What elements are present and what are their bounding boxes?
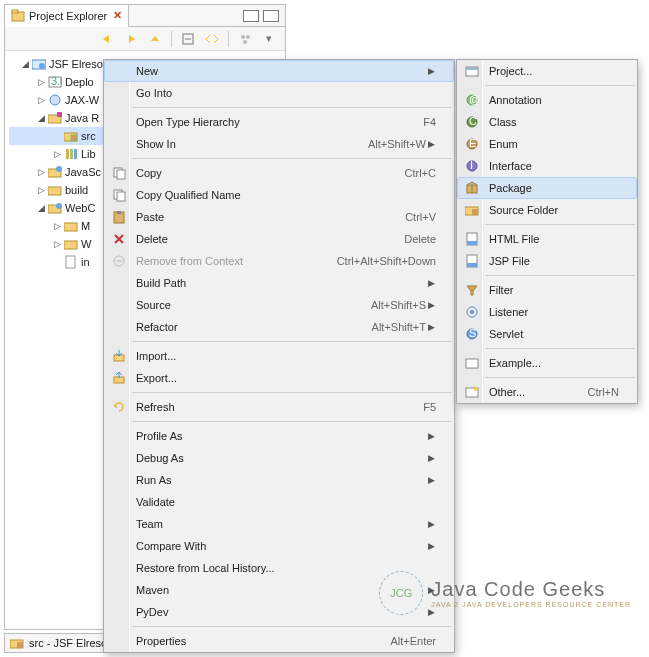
maximize-view-button[interactable] — [263, 10, 279, 22]
submenu-package[interactable]: Package — [457, 177, 637, 199]
menu-pydev[interactable]: PyDev▶ — [104, 601, 454, 623]
svg-rect-18 — [74, 149, 77, 159]
svg-point-62 — [474, 387, 478, 391]
source-folder-icon — [9, 636, 25, 650]
new-submenu: Project... @Annotation CClass EEnum IInt… — [456, 59, 638, 404]
svg-rect-34 — [117, 211, 121, 214]
minimize-view-button[interactable] — [243, 10, 259, 22]
menu-new[interactable]: New▶ — [104, 60, 454, 82]
folder-icon — [63, 237, 79, 251]
delete-icon — [108, 233, 130, 245]
submenu-arrow-icon: ▶ — [426, 139, 436, 149]
menu-profile-as[interactable]: Profile As▶ — [104, 425, 454, 447]
svg-rect-28 — [17, 642, 23, 648]
svg-rect-53 — [467, 241, 477, 245]
submenu-html-file[interactable]: HTML File — [457, 228, 637, 250]
watermark-title: Java Code Geeks — [431, 578, 631, 601]
project-explorer-tab[interactable]: Project Explorer ✕ — [5, 5, 129, 27]
menu-compare-with[interactable]: Compare With▶ — [104, 535, 454, 557]
up-icon[interactable] — [147, 31, 163, 47]
submenu-other[interactable]: Other...Ctrl+N — [457, 381, 637, 403]
svg-rect-60 — [466, 359, 478, 368]
svg-point-4 — [241, 35, 245, 39]
submenu-listener[interactable]: Listener — [457, 301, 637, 323]
menu-run-as[interactable]: Run As▶ — [104, 469, 454, 491]
submenu-arrow-icon: ▶ — [426, 300, 436, 310]
menu-properties[interactable]: PropertiesAlt+Enter — [104, 630, 454, 652]
submenu-interface[interactable]: IInterface — [457, 155, 637, 177]
source-folder-icon — [461, 204, 483, 216]
link-editor-icon[interactable] — [204, 31, 220, 47]
svg-rect-51 — [472, 209, 478, 215]
submenu-arrow-icon: ▶ — [426, 475, 436, 485]
svg-rect-30 — [117, 170, 125, 179]
menu-build-path[interactable]: Build Path▶ — [104, 272, 454, 294]
back-icon[interactable] — [99, 31, 115, 47]
import-icon — [108, 349, 130, 363]
menu-maven[interactable]: Maven▶ — [104, 579, 454, 601]
menu-debug-as[interactable]: Debug As▶ — [104, 447, 454, 469]
svg-text:S: S — [469, 327, 476, 339]
html-file-icon — [461, 232, 483, 246]
wizard-icon — [461, 386, 483, 398]
filter-icon — [461, 284, 483, 296]
submenu-project[interactable]: Project... — [457, 60, 637, 82]
tab-label: Project Explorer — [29, 10, 107, 22]
svg-rect-40 — [466, 67, 478, 70]
menu-show-in[interactable]: Show InAlt+Shift+W▶ — [104, 133, 454, 155]
context-menu: New▶ Go Into Open Type HierarchyF4 Show … — [103, 59, 455, 653]
export-icon — [108, 371, 130, 385]
menu-refactor[interactable]: RefactorAlt+Shift+T▶ — [104, 316, 454, 338]
svg-point-57 — [470, 310, 474, 314]
menu-open-type-hierarchy[interactable]: Open Type HierarchyF4 — [104, 111, 454, 133]
package-icon — [461, 181, 483, 195]
project-icon — [461, 65, 483, 77]
copy-icon — [108, 166, 130, 180]
submenu-jsp-file[interactable]: JSP File — [457, 250, 637, 272]
menu-copy-qualified[interactable]: Copy Qualified Name — [104, 184, 454, 206]
folder-icon — [47, 183, 63, 197]
menu-validate[interactable]: Validate — [104, 491, 454, 513]
forward-icon[interactable] — [123, 31, 139, 47]
webfolder-icon — [47, 201, 63, 215]
submenu-servlet[interactable]: SServlet — [457, 323, 637, 345]
java-resources-icon — [47, 111, 63, 125]
listener-icon — [461, 305, 483, 319]
submenu-example[interactable]: Example... — [457, 352, 637, 374]
svg-point-6 — [243, 40, 247, 44]
submenu-enum[interactable]: EEnum — [457, 133, 637, 155]
jsp-file-icon — [461, 254, 483, 268]
paste-icon — [108, 210, 130, 224]
menu-team[interactable]: Team▶ — [104, 513, 454, 535]
menu-refresh[interactable]: RefreshF5 — [104, 396, 454, 418]
menu-restore-history[interactable]: Restore from Local History... — [104, 557, 454, 579]
collapse-all-icon[interactable] — [180, 31, 196, 47]
submenu-annotation[interactable]: @Annotation — [457, 89, 637, 111]
svg-point-20 — [56, 166, 62, 172]
svg-point-11 — [50, 95, 60, 105]
view-menu-icon[interactable]: ▾ — [261, 31, 277, 47]
submenu-class[interactable]: CClass — [457, 111, 637, 133]
submenu-source-folder[interactable]: Source Folder — [457, 199, 637, 221]
submenu-arrow-icon: ▶ — [426, 278, 436, 288]
svg-point-23 — [56, 203, 62, 209]
submenu-arrow-icon: ▶ — [426, 541, 436, 551]
filter-toolbar-icon[interactable] — [237, 31, 253, 47]
svg-point-5 — [246, 35, 250, 39]
descriptor-icon: 3.0 — [47, 75, 63, 89]
enum-icon: E — [461, 137, 483, 151]
menu-copy[interactable]: CopyCtrl+C — [104, 162, 454, 184]
menu-go-into[interactable]: Go Into — [104, 82, 454, 104]
svg-rect-24 — [64, 223, 77, 231]
menu-import[interactable]: Import... — [104, 345, 454, 367]
menu-export[interactable]: Export... — [104, 367, 454, 389]
menu-source[interactable]: SourceAlt+Shift+S▶ — [104, 294, 454, 316]
menu-paste[interactable]: PasteCtrl+V — [104, 206, 454, 228]
svg-text:E: E — [469, 137, 476, 149]
svg-point-8 — [39, 63, 45, 69]
menu-delete[interactable]: DeleteDelete — [104, 228, 454, 250]
file-icon — [63, 255, 79, 269]
view-window-buttons — [243, 10, 285, 22]
submenu-filter[interactable]: Filter — [457, 279, 637, 301]
close-icon[interactable]: ✕ — [113, 9, 122, 22]
